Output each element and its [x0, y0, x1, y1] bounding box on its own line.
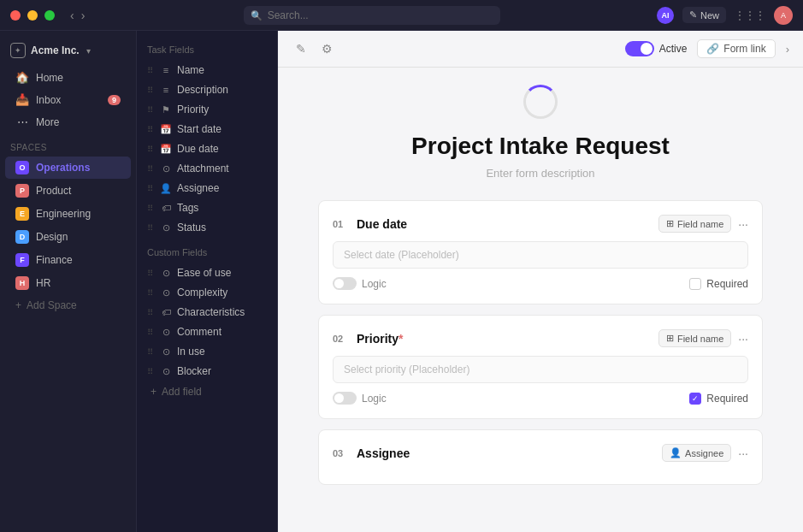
sidebar-item-inbox[interactable]: 📥 Inbox 9 [5, 89, 131, 110]
field-start-date[interactable]: ⠿ 📅 Start date [140, 120, 274, 139]
logic-toggle[interactable] [333, 392, 357, 405]
sidebar-item-finance[interactable]: F Finance [5, 249, 131, 271]
drag-handle: ⠿ [147, 288, 153, 298]
logic-label: Logic [362, 393, 387, 405]
add-space-button[interactable]: + Add Space [5, 295, 131, 316]
sidebar-item-more[interactable]: ⋯ More [5, 111, 131, 133]
drag-handle: ⠿ [147, 204, 153, 213]
fields-panel: Task Fields ⠿ ≡ Name ⠿ ≡ Description ⠿ ⚑… [137, 31, 278, 532]
field-placeholder: Select date (Placeholder) [333, 241, 748, 269]
logic-toggle[interactable] [333, 277, 357, 290]
sidebar-item-design[interactable]: D Design [5, 226, 131, 248]
sidebar-nav: 🏠 Home 📥 Inbox 9 ⋯ More [0, 67, 136, 133]
assignee-field-icon: 👤 [160, 183, 172, 194]
logic-toggle-knob [334, 279, 344, 288]
form-link-button[interactable]: 🔗 Form link [697, 39, 775, 58]
maximize-window-btn[interactable] [44, 10, 55, 21]
field-blocker[interactable]: ⠿ ⊙ Blocker [140, 362, 274, 381]
forward-arrow[interactable]: › [80, 9, 87, 22]
ai-badge: AI [657, 7, 674, 24]
drag-handle: ⠿ [147, 184, 153, 193]
form-field-card-assignee: 03 Assignee 👤 Assignee ··· [318, 429, 763, 485]
new-button[interactable]: ✎ New [682, 7, 726, 23]
field-assignee[interactable]: ⠿ 👤 Assignee [140, 179, 274, 198]
back-arrow[interactable]: ‹ [68, 9, 76, 22]
field-attachment[interactable]: ⠿ ⊙ Attachment [140, 159, 274, 178]
field-priority[interactable]: ⠿ ⚑ Priority [140, 100, 274, 119]
field-name[interactable]: ⠿ ≡ Name [140, 61, 274, 80]
required-label: Required [706, 278, 748, 290]
field-characteristics[interactable]: ⠿ 🏷 Characteristics [140, 303, 274, 322]
sidebar-item-operations[interactable]: O Operations [5, 157, 131, 179]
required-checkbox[interactable]: ✓ [689, 393, 701, 405]
drag-handle: ⠿ [147, 86, 153, 95]
drag-handle: ⠿ [147, 105, 153, 115]
status-field-icon: ⊙ [160, 222, 172, 233]
required-wrap: ✓ Required [689, 393, 748, 405]
engineering-dot: E [15, 207, 29, 221]
edit-tool-button[interactable]: ✎ [292, 39, 310, 58]
field-card-header: 02 Priority* ⊞ Field name ··· [333, 329, 748, 347]
field-name-badge[interactable]: ⊞ Field name [658, 329, 731, 347]
plus-icon: + [15, 299, 21, 311]
sidebar-item-product[interactable]: P Product [5, 180, 131, 202]
operations-dot: O [15, 161, 29, 174]
drag-handle: ⠿ [147, 125, 153, 134]
field-footer: Logic ✓ Required [333, 392, 748, 405]
add-field-button[interactable]: + Add field [140, 382, 274, 401]
required-checkbox[interactable] [689, 278, 701, 290]
field-in-use[interactable]: ⠿ ⊙ In use [140, 342, 274, 361]
tags-field-icon: 🏷 [160, 203, 172, 213]
field-more-button[interactable]: ··· [738, 332, 748, 346]
field-status[interactable]: ⠿ ⊙ Status [140, 218, 274, 237]
priority-field-icon: ⚑ [160, 104, 172, 115]
field-comment[interactable]: ⠿ ⊙ Comment [140, 322, 274, 341]
field-number: 03 [333, 448, 350, 458]
loading-spinner [523, 85, 558, 119]
toolbar-right: Active 🔗 Form link › [625, 39, 789, 58]
due-date-field-icon: 📅 [160, 144, 172, 155]
grid-icon[interactable]: ⋮⋮⋮ [735, 9, 765, 21]
org-icon: ✦ [10, 43, 26, 58]
settings-tool-button[interactable]: ⚙ [317, 39, 337, 58]
search-input[interactable] [244, 6, 500, 25]
sidebar-item-hr[interactable]: H HR [5, 272, 131, 294]
ease-of-use-icon: ⊙ [160, 268, 172, 279]
main-layout: ✦ Acme Inc. ▾ 🏠 Home 📥 Inbox 9 ⋯ More Sp… [0, 31, 803, 532]
required-label: Required [706, 393, 748, 405]
logic-label: Logic [362, 278, 387, 290]
drag-handle: ⠿ [147, 223, 153, 233]
field-number: 01 [333, 219, 350, 229]
expand-button[interactable]: › [786, 43, 789, 56]
topbar: ‹ › 🔍 AI ✎ New ⋮⋮⋮ A [0, 0, 803, 31]
field-complexity[interactable]: ⠿ ⊙ Complexity [140, 283, 274, 302]
field-tags[interactable]: ⠿ 🏷 Tags [140, 198, 274, 217]
field-description[interactable]: ⠿ ≡ Description [140, 80, 274, 99]
design-dot: D [15, 230, 29, 244]
active-label: Active [659, 43, 688, 55]
field-name-badge[interactable]: ⊞ Field name [658, 215, 731, 233]
drag-handle: ⠿ [147, 269, 153, 278]
drag-handle: ⠿ [147, 66, 153, 75]
nav-arrows: ‹ › [68, 9, 86, 22]
minimize-window-btn[interactable] [27, 10, 38, 21]
search-icon: 🔍 [251, 9, 263, 21]
more-icon: ⋯ [15, 115, 29, 128]
blocker-icon: ⊙ [160, 366, 172, 377]
home-icon: 🏠 [15, 71, 29, 84]
active-toggle[interactable] [625, 41, 654, 56]
form-field-card-due-date: 01 Due date ⊞ Field name ··· Select date… [318, 200, 763, 304]
sidebar-item-engineering[interactable]: E Engineering [5, 203, 131, 225]
search-bar: 🔍 [244, 6, 500, 25]
field-more-button[interactable]: ··· [738, 446, 748, 460]
field-ease-of-use[interactable]: ⠿ ⊙ Ease of use [140, 263, 274, 282]
close-window-btn[interactable] [10, 10, 21, 21]
field-badge-icon: ⊞ [666, 333, 674, 344]
field-name-badge[interactable]: 👤 Assignee [662, 444, 731, 462]
field-due-date[interactable]: ⠿ 📅 Due date [140, 139, 274, 158]
sidebar-item-home[interactable]: 🏠 Home [5, 67, 131, 88]
org-header[interactable]: ✦ Acme Inc. ▾ [0, 38, 136, 63]
field-more-button[interactable]: ··· [738, 217, 748, 231]
sidebar: ✦ Acme Inc. ▾ 🏠 Home 📥 Inbox 9 ⋯ More Sp… [0, 31, 137, 532]
comment-icon: ⊙ [160, 327, 172, 338]
